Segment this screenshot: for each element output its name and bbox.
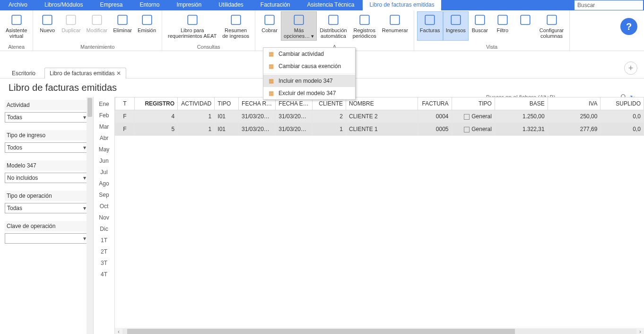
horizontal-scrollbar[interactable]: ‹ › (115, 328, 644, 334)
menu-facturacion[interactable]: Facturación (252, 0, 299, 10)
configurar-columnas-button[interactable]: Configurarcolumnas (537, 11, 566, 41)
cell-actividad: 1 (178, 123, 215, 136)
menu-utilidades[interactable]: Utilidades (210, 0, 252, 10)
col-base-header[interactable]: BASE (495, 97, 548, 110)
filter-tipo-operacion-select[interactable]: Todas▾ (5, 203, 88, 213)
table-row[interactable]: F41I0131/03/20…31/03/20…2CLIENTE 20004Ge… (115, 110, 644, 123)
filter-modelo-347-label: Modelo 347 (5, 160, 88, 171)
menu-libros[interactable]: Libros/Módulos (36, 0, 91, 10)
cell-tipo2: General (452, 123, 495, 136)
registros-periodicos-button[interactable]: Registrosperiódicos (350, 11, 379, 41)
filter-modelo-347-value: No incluidos (7, 175, 38, 181)
dropdown-excluir-347[interactable]: ▦Excluir del modelo 347 (263, 87, 355, 99)
tab-libro-facturas[interactable]: Libro de facturas emitidas✕ (44, 68, 126, 79)
asistente-virtual-button[interactable]: Asistentevirtual (3, 11, 30, 41)
col-actividad-header[interactable]: ACTIVIDAD (178, 97, 215, 110)
cambiar-actividad-label: Cambiar actividad (278, 51, 324, 57)
month-Oct[interactable]: Oct (100, 203, 109, 210)
svg-rect-8 (265, 15, 274, 25)
resumen-ingresos-button[interactable]: Resumende ingresos (219, 11, 252, 41)
filtro-button[interactable]: Filtro (491, 11, 514, 41)
month-Feb[interactable]: Feb (99, 112, 109, 119)
filter-sidebar: ActividadTodas▾Tipo de ingresoTodos▾Mode… (0, 97, 94, 334)
month-Jul[interactable]: Jul (100, 169, 107, 176)
modificar-icon (90, 13, 104, 26)
tab-libro-facturas-close-icon[interactable]: ✕ (116, 70, 121, 77)
filter-actividad-select[interactable]: Todas▾ (5, 112, 88, 123)
col-tipo2-header[interactable]: TIPO (452, 97, 495, 110)
menu-entorno[interactable]: Entorno (131, 0, 168, 10)
month-May[interactable]: May (99, 146, 110, 153)
add-button[interactable]: + (624, 62, 637, 75)
scroll-left-icon[interactable]: ‹ (115, 328, 122, 334)
facturas-icon (423, 13, 436, 26)
mas-opciones-button[interactable]: Másopciones… ▾ (281, 11, 317, 41)
group-label: Atenea (8, 44, 25, 51)
orden-icon (519, 13, 532, 26)
menu-active-tab[interactable]: Libro de facturas emitidas (363, 0, 441, 10)
col-tipo_c-header[interactable]: TIPO (215, 97, 239, 110)
col-nombre-header[interactable]: NOMBRE (346, 97, 418, 110)
data-grid: TREGISTROACTIVIDADTIPOFECHA R…FECHA E…CL… (115, 97, 644, 328)
modificar-button[interactable]: Modificar (84, 11, 111, 35)
cell-base: 1.322,31 (495, 123, 548, 136)
col-factura-header[interactable]: FACTURA (418, 97, 452, 110)
chevron-down-icon: ▾ (83, 235, 86, 242)
table-row[interactable]: F51I0131/03/20…31/03/20…1CLIENTE 10005Ge… (115, 123, 644, 136)
filter-tipo-ingreso-select[interactable]: Todos▾ (5, 142, 88, 153)
dropdown-cambiar-causa[interactable]: ▦Cambiar causa exención (263, 60, 355, 72)
help-button[interactable]: ? (620, 18, 637, 35)
tab-escritorio[interactable]: Escritorio (7, 68, 41, 79)
filter-clave-operacion-label: Clave de operación (5, 221, 88, 231)
col-iva-header[interactable]: IVA (548, 97, 600, 110)
cobrar-button[interactable]: Cobrar (258, 11, 281, 41)
month-2T[interactable]: 2T (101, 248, 107, 255)
month-Ene[interactable]: Ene (99, 101, 109, 107)
filter-modelo-347-select[interactable]: No incluidos▾ (5, 173, 88, 183)
col-registro-header[interactable]: REGISTRO (134, 97, 177, 110)
nuevo-button[interactable]: Nuevo (36, 11, 59, 35)
ingresos-button[interactable]: Ingresos (443, 11, 469, 41)
cell-fecha_r: 31/03/20… (239, 123, 276, 136)
facturas-label: Facturas (420, 27, 440, 33)
cell-t: F (115, 123, 135, 136)
col-t-header[interactable]: T (115, 97, 135, 110)
eliminar-button[interactable]: Eliminar (110, 11, 135, 35)
dropdown-incluir-347[interactable]: ▦Incluir en modelo 347 (263, 75, 355, 87)
libro-aeat-button[interactable]: Libro pararequerimientos AEAT (165, 11, 219, 41)
menu-asistencia[interactable]: Asistencia Técnica (299, 0, 363, 10)
dropdown-cambiar-actividad[interactable]: ▦Cambiar actividad (263, 48, 355, 60)
month-4T[interactable]: 4T (101, 271, 107, 278)
month-Dic[interactable]: Dic (100, 226, 108, 232)
col-suplido-header[interactable]: SUPLIDO (600, 97, 644, 110)
menu-archivo[interactable]: Archivo (0, 0, 36, 10)
tab-libro-facturas-label: Libro de facturas emitidas (50, 70, 114, 77)
month-Ago[interactable]: Ago (99, 180, 109, 187)
month-3T[interactable]: 3T (101, 260, 107, 266)
month-Jun[interactable]: Jun (99, 158, 108, 164)
orden-button[interactable] (514, 11, 537, 41)
menu-empresa[interactable]: Empresa (91, 0, 131, 10)
month-Sep[interactable]: Sep (99, 192, 109, 198)
svg-rect-6 (188, 15, 197, 25)
emision-button[interactable]: Emisión (135, 11, 159, 35)
cell-iva: 250,00 (548, 110, 600, 123)
filter-clave-operacion-select[interactable]: ▾ (5, 233, 88, 244)
buscar-button[interactable]: Buscar (469, 11, 491, 41)
checkbox-icon[interactable] (464, 127, 470, 132)
month-Mar[interactable]: Mar (99, 123, 109, 130)
menu-impresion[interactable]: Impresión (168, 0, 210, 10)
facturas-button[interactable]: Facturas (417, 11, 443, 41)
month-1T[interactable]: 1T (101, 237, 107, 244)
distribucion-auto-button[interactable]: Distribuciónautomática (317, 11, 349, 41)
month-Nov[interactable]: Nov (99, 214, 109, 221)
checkbox-icon[interactable] (464, 114, 470, 120)
renumerar-button[interactable]: Renumerar (379, 11, 411, 41)
filter-tipo-ingreso-label: Tipo de ingreso (5, 130, 88, 141)
cell-cliente: 1 (312, 123, 346, 136)
global-search[interactable]: Buscar (574, 0, 643, 10)
month-Abr[interactable]: Abr (100, 135, 109, 141)
sidebar-scrollbar[interactable] (87, 97, 93, 334)
scroll-right-icon[interactable]: › (636, 328, 644, 334)
duplicar-button[interactable]: Duplicar (59, 11, 83, 35)
